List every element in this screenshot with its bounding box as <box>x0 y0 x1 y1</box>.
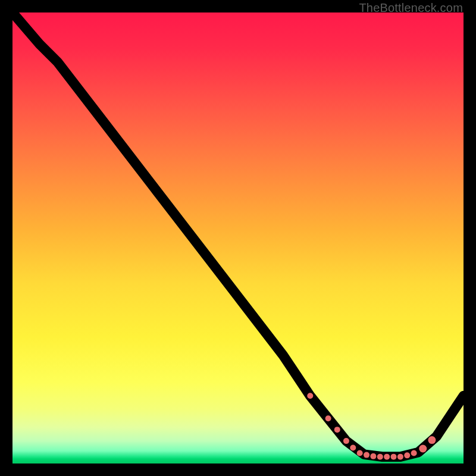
curve-marker <box>370 453 376 459</box>
curve-marker <box>307 393 313 399</box>
chart-frame: TheBottleneck.com <box>0 0 476 476</box>
bottleneck-curve <box>12 12 464 457</box>
curve-marker <box>350 444 356 450</box>
curve-marker <box>404 452 410 458</box>
curve-marker <box>391 454 397 460</box>
curve-marker <box>428 436 436 444</box>
watermark-text: TheBottleneck.com <box>359 1 463 15</box>
chart-overlay <box>12 12 464 464</box>
curve-marker <box>411 450 417 456</box>
curve-marker <box>377 454 383 460</box>
curve-marker <box>419 444 427 452</box>
curve-marker <box>357 450 363 456</box>
curve-marker <box>384 454 390 460</box>
curve-marker <box>343 438 349 444</box>
curve-marker <box>334 427 340 433</box>
curve-marker <box>364 452 369 458</box>
curve-marker <box>397 454 403 460</box>
curve-marker <box>325 415 331 421</box>
